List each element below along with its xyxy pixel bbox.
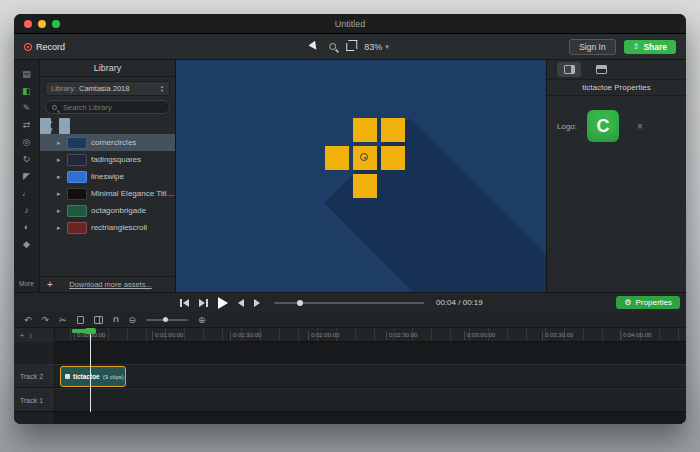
track-height-toggle[interactable]: ↕ (29, 332, 33, 339)
record-button[interactable]: Record (24, 42, 65, 52)
asset-thumbnail (67, 205, 87, 217)
caret-right-icon[interactable]: ▸ (57, 173, 63, 181)
intro-square (381, 146, 405, 170)
zoom-in-button[interactable]: ⊕ (198, 315, 206, 325)
sidebar-item-audio-effects[interactable]: ♪ (14, 201, 39, 218)
asset-thumbnail (67, 188, 87, 200)
scrubber-handle[interactable] (297, 300, 303, 306)
caret-right-icon[interactable]: ▸ (57, 190, 63, 198)
scrubber[interactable] (274, 302, 424, 304)
playhead[interactable] (90, 328, 91, 412)
search-input[interactable] (61, 102, 163, 113)
clip-title: tictactoe (73, 373, 100, 380)
magnet-snap-button[interactable]: U (113, 315, 119, 324)
caret-right-icon[interactable]: ▸ (57, 224, 63, 232)
search-icon (52, 105, 57, 110)
sidebar-item-visual-effects[interactable]: ◐ (14, 218, 39, 235)
library-asset-row[interactable]: ▸ octagonbrigade (40, 202, 175, 219)
library-folder-row[interactable]: ▾ Intros (40, 126, 51, 134)
registration-marker-icon (360, 153, 368, 161)
timeline-clip-tictactoe[interactable]: tictactoe (9 clips) (60, 366, 126, 387)
next-frame-button[interactable] (254, 299, 260, 307)
properties-tab-2[interactable] (589, 62, 613, 77)
ruler-label: 0:02:00.00 (308, 331, 386, 340)
library-item-label: cornercircles (91, 138, 136, 147)
minimize-window-button[interactable] (38, 20, 46, 28)
sidebar-item-behaviors[interactable]: ◎ (14, 133, 39, 150)
sidebar-item-media[interactable]: ▤ (14, 65, 39, 82)
folder-icon (59, 126, 70, 134)
titlebar: Untitled (14, 14, 686, 34)
cut-button[interactable]: ✂ (59, 315, 67, 325)
split-button[interactable] (94, 316, 103, 324)
timeline-zoom-slider[interactable] (146, 319, 188, 321)
library-asset-row[interactable]: ▸ cornercircles (40, 134, 175, 151)
library-icon: ◧ (22, 86, 31, 96)
sidebar-item-voice-narration[interactable]: ♩ (14, 184, 39, 201)
crop-tool-icon[interactable] (346, 43, 354, 51)
ruler-label: 0:01:30.00 (230, 331, 308, 340)
library-asset-row[interactable]: ▸ lineswipe (40, 168, 175, 185)
zoom-slider-handle[interactable] (163, 317, 168, 322)
media-icon: ▤ (22, 69, 31, 79)
undo-button[interactable]: ↶ (24, 315, 32, 325)
add-track-button[interactable]: + (20, 332, 24, 339)
library-select[interactable]: Library: Camtasia 2018 ▲▼ (45, 81, 170, 96)
intro-square (353, 118, 377, 142)
caret-right-icon[interactable]: ▸ (49, 118, 55, 126)
copy-button[interactable] (77, 316, 84, 324)
track-row[interactable]: Track 1 (14, 388, 686, 412)
properties-tab-1[interactable] (557, 62, 581, 77)
caret-open-icon[interactable]: ▾ (49, 126, 55, 134)
sidebar-more-button[interactable]: More (19, 280, 34, 292)
prev-frame-button[interactable] (238, 299, 244, 307)
download-more-assets-link[interactable]: Download more assets... (69, 280, 152, 289)
zoom-tool-icon[interactable] (329, 43, 336, 50)
caret-right-icon[interactable]: ▸ (57, 207, 63, 215)
playhead-handle[interactable] (85, 328, 96, 334)
track-label: Track 2 (14, 365, 55, 387)
library-panel: Library Library: Camtasia 2018 ▲▼ ▸ Icon… (40, 60, 176, 292)
share-button[interactable]: ⇧ Share (624, 40, 676, 54)
ruler-labels: 0:00:30.00 0:01:00.00 0:01:30.00 0:02:00… (74, 328, 686, 341)
library-asset-row[interactable]: ▸ fadingsquares (40, 151, 175, 168)
pointer-tool-icon[interactable] (309, 41, 322, 55)
play-button[interactable] (218, 297, 228, 309)
zoom-window-button[interactable] (52, 20, 60, 28)
jump-to-end-button[interactable] (199, 299, 208, 307)
search-box[interactable] (45, 100, 170, 114)
sidebar-item-library[interactable]: ◧ (14, 82, 39, 99)
canvas[interactable] (176, 60, 546, 292)
timeline-ruler[interactable]: + ↕ 0:00:30.00 0:01:00.00 0:01:30.00 0:0… (14, 328, 686, 342)
sidebar-item-interactivity[interactable]: ◆ (14, 235, 39, 252)
canvas-tools: 83% ▾ (311, 39, 389, 54)
clear-logo-button[interactable]: × (637, 121, 643, 132)
sidebar-item-annotations[interactable]: ✎ (14, 99, 39, 116)
library-asset-row[interactable]: ▸ Minimal Elegance Title 1 (40, 185, 175, 202)
redo-button[interactable]: ↷ (42, 315, 50, 325)
asset-thumbnail (67, 222, 87, 234)
jump-to-start-button[interactable] (180, 299, 189, 307)
library-asset-row[interactable]: ▸ rectrianglescroll (40, 219, 175, 236)
canvas-zoom-select[interactable]: 83% ▾ (364, 42, 389, 52)
add-to-library-button[interactable]: + (47, 279, 53, 290)
sign-in-button[interactable]: Sign In (569, 39, 615, 55)
share-label: Share (643, 42, 667, 52)
logo-thumbnail[interactable]: C (587, 110, 619, 142)
properties-button[interactable]: ⚙ Properties (616, 296, 680, 309)
chevron-down-icon: ▾ (385, 43, 389, 51)
track-row[interactable]: Track 2 tictactoe (9 clips) (14, 364, 686, 388)
caret-right-icon[interactable]: ▸ (57, 139, 63, 147)
app-toolbar: Record 83% ▾ Sign In ⇧ Share (14, 34, 686, 60)
asset-thumbnail (67, 137, 87, 149)
sidebar-item-cursor-effects[interactable]: ◤ (14, 167, 39, 184)
intro-square (353, 174, 377, 198)
close-window-button[interactable] (24, 20, 32, 28)
sidebar-item-transitions[interactable]: ⇄ (14, 116, 39, 133)
caret-right-icon[interactable]: ▸ (57, 156, 63, 164)
library-item-label: octagonbrigade (91, 206, 146, 215)
tools-sidebar: ▤ ◧ ✎ ⇄ ◎ ↻ ◤ ♩ ♪ ◐ ◆ More (14, 60, 40, 292)
ruler-label: 0:02:30.00 (386, 331, 464, 340)
sidebar-item-animations[interactable]: ↻ (14, 150, 39, 167)
zoom-out-button[interactable]: ⊖ (128, 315, 136, 325)
